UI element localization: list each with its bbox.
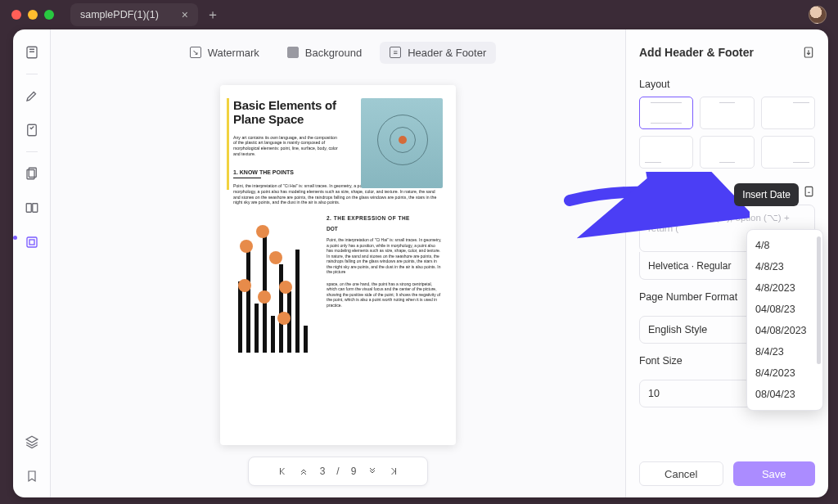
svg-rect-1 [27,124,36,136]
accent-bar [227,98,229,190]
layout-option-4[interactable] [639,136,693,169]
font-size-select[interactable]: 10 ▾ [639,380,763,407]
tab-title: samplePDF(1)(1) [80,9,159,20]
tab-background-label: Background [305,47,362,59]
current-page[interactable]: 3 [320,466,326,477]
tab-background[interactable]: Background [277,42,372,64]
dropdown-scrollbar[interactable] [817,236,821,364]
bookmark-icon[interactable] [24,468,40,484]
close-window-button[interactable] [11,10,21,20]
doc-h2-2: 2. THE EXPRESSION OF THE [327,215,443,222]
background-icon [287,47,299,58]
doc-image-2 [233,215,318,353]
maximize-window-button[interactable] [44,10,54,20]
minimize-window-button[interactable] [28,10,38,20]
svg-rect-4 [26,204,31,213]
svg-rect-7 [29,240,34,245]
layers-icon[interactable] [24,434,40,450]
new-tab-button[interactable]: ＋ [206,7,219,24]
svg-rect-6 [27,237,37,247]
layout-option-2[interactable] [700,97,754,129]
page-navigator: 3 / 9 [248,457,428,486]
reader-icon[interactable] [24,44,40,61]
close-tab-icon[interactable]: × [182,8,188,21]
date-option[interactable]: 08/04/23 [747,384,822,405]
tab-header-footer-label: Header & Footer [408,47,486,59]
app-window: ↘ Watermark Background ≡ Header & Footer… [13,29,828,497]
cancel-button[interactable]: Cancel [639,461,723,486]
total-pages: 9 [351,466,357,477]
tab-watermark-label: Watermark [208,47,259,59]
date-option[interactable]: 4/8/2023 [747,277,822,299]
edit-mode-tabs: ↘ Watermark Background ≡ Header & Footer [180,34,497,70]
user-avatar[interactable] [809,6,827,24]
titlebar: samplePDF(1)(1) × ＋ [0,0,838,29]
tab-header-footer[interactable]: ≡ Header & Footer [380,42,496,64]
layout-option-6[interactable] [761,136,815,169]
layout-option-1[interactable] [639,97,693,129]
date-format-dropdown: 4/8 4/8/23 4/8/2023 04/08/23 04/08/2023 … [746,229,823,411]
export-icon[interactable] [802,46,815,59]
save-button[interactable]: Save [733,461,816,486]
content-label: Content [639,186,675,197]
window-controls [11,10,54,20]
highlighter-icon[interactable] [24,88,40,104]
date-option[interactable]: 8/4/23 [747,341,822,362]
doc-image-1 [361,98,443,188]
svg-rect-5 [32,204,37,213]
date-option[interactable]: 04/08/2023 [747,320,822,341]
pages-icon[interactable] [24,165,40,182]
panel-title: Add Header & Footer [639,46,815,59]
font-value: Helvetica · Regular [648,260,731,272]
layout-grid [639,97,815,169]
page-number-format-value: English Style [648,324,707,335]
date-option[interactable]: 8/4/2023 [747,362,822,384]
doc-intro: Any art contains its own language, and t… [233,135,340,157]
date-option[interactable]: 04/08/23 [747,299,822,320]
document-area: ↘ Watermark Background ≡ Header & Footer… [51,29,625,497]
tab-watermark[interactable]: ↘ Watermark [180,42,269,64]
annotate-icon[interactable] [24,122,40,138]
next-page-button[interactable] [367,466,377,476]
insert-date-tooltip: Insert Date [734,183,799,206]
date-option[interactable]: 4/8/23 [747,256,822,277]
header-footer-panel: Add Header & Footer Layout Content [625,29,828,497]
edit-page-icon[interactable] [24,234,40,250]
first-page-button[interactable] [277,466,287,476]
page-sep: / [336,466,339,477]
page-preview: Basic Elements of Plane Space Any art co… [220,85,456,445]
layout-label: Layout [639,79,815,90]
font-size-value: 10 [648,388,660,399]
prev-page-button[interactable] [299,466,309,476]
date-option[interactable]: 4/8 [747,235,822,256]
tool-rail [13,29,51,497]
doc-title: Basic Elements of Plane Space [233,98,348,127]
header-footer-icon: ≡ [390,47,401,58]
svg-rect-0 [27,47,37,58]
svg-rect-10 [805,187,813,196]
insert-page-icon[interactable] [803,185,815,198]
doc-body-2b: space, on the one hand, the point has a … [327,281,443,308]
last-page-button[interactable] [389,466,399,476]
layout-option-5[interactable] [700,136,754,169]
doc-body-2a: Point, the interpretation of "Ci Hai" is… [327,237,443,275]
document-tab[interactable]: samplePDF(1)(1) × [70,3,198,26]
watermark-icon: ↘ [190,47,201,58]
compare-icon[interactable] [24,200,40,216]
layout-option-3[interactable] [761,97,815,129]
